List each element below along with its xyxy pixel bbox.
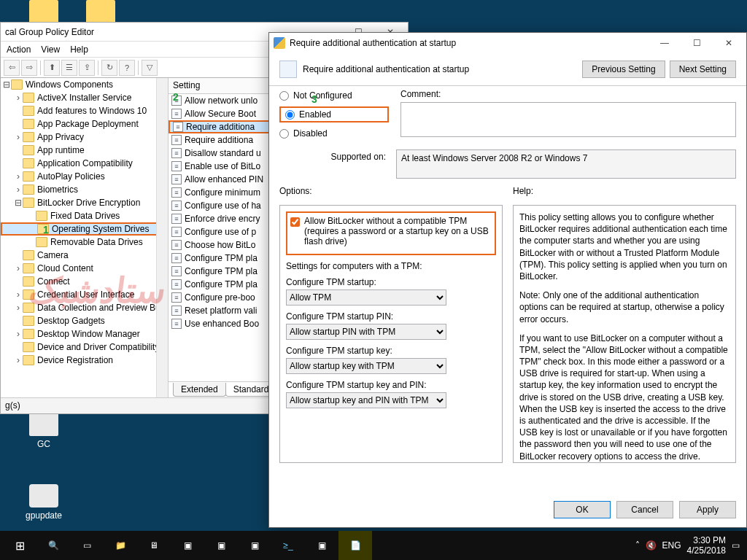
annotation-4: 4 [360, 205, 366, 207]
options-label: Options: [279, 186, 503, 196]
tree-item[interactable]: ›Desktop Window Manager [1, 327, 168, 341]
tree-root[interactable]: ⊟Windows Components [1, 78, 168, 91]
tree-item[interactable]: App Package Deployment [1, 117, 168, 131]
ok-button[interactable]: OK [554, 501, 611, 518]
tree-item[interactable]: ›Data Collection and Preview Buil [1, 301, 168, 314]
tb-filter-icon[interactable]: ▽ [142, 60, 158, 76]
menu-action[interactable]: Action [7, 44, 31, 55]
tree-item[interactable]: Camera [1, 249, 168, 262]
tree-item[interactable]: ›AutoPlay Policies [1, 170, 168, 183]
taskbar-app-2[interactable]: ▣ [204, 531, 238, 560]
tree-item[interactable]: Add features to Windows 10 [1, 104, 168, 117]
tree-item[interactable]: ›Biometrics [1, 183, 168, 196]
file-explorer-icon[interactable]: 📁 [104, 531, 137, 560]
tray-up-icon[interactable]: ˄ [635, 540, 640, 551]
policy-state-radios: Not Configured 3 Enabled Disabled [279, 89, 389, 139]
apply-button[interactable]: Apply [679, 501, 736, 518]
taskbar-app-1[interactable]: ▣ [171, 531, 204, 560]
annotation-1: 1 [43, 224, 49, 236]
maximize-button[interactable]: ☐ [684, 38, 710, 48]
tpm-key-pin-select[interactable]: Allow startup key and PIN with TPM [286, 392, 446, 408]
comment-field[interactable] [400, 102, 736, 137]
task-view-icon[interactable]: ▭ [70, 531, 104, 560]
tb-refresh-icon[interactable]: ↻ [101, 60, 117, 76]
tb-list-icon[interactable]: ☰ [61, 60, 77, 76]
tree-item[interactable]: Connect [1, 275, 168, 288]
shield-icon [274, 37, 285, 49]
desktop-gc-label: GC [37, 439, 50, 449]
tree-item[interactable]: Application Compatibility [1, 157, 168, 170]
gpedit-tree[interactable]: ⊟Windows Components ›ActiveX Installer S… [1, 78, 169, 397]
server-manager-icon[interactable]: 🖥 [137, 531, 171, 560]
opt-label-3: Configure TPM startup key and PIN: [286, 380, 496, 390]
start-button[interactable]: ⊞ [3, 531, 36, 560]
supported-value: At least Windows Server 2008 R2 or Windo… [396, 149, 736, 179]
tree-item[interactable]: ›Cloud Content [1, 262, 168, 275]
policy-title: Require additional authentication at sta… [290, 38, 456, 48]
menu-view[interactable]: View [41, 44, 60, 55]
tree-bitlocker[interactable]: ⊟BitLocker Drive Encryption [1, 196, 168, 209]
policy-options-pane: 4 Allow BitLocker without a compatible T… [279, 205, 503, 463]
close-button[interactable]: ✕ [716, 38, 742, 48]
tree-bitlocker-removable[interactable]: Removable Data Drives [1, 236, 168, 249]
tb-help-icon[interactable]: ? [119, 60, 135, 76]
menu-help[interactable]: Help [70, 44, 88, 55]
desktop-gc[interactable]: GC [18, 413, 70, 449]
help-label: Help: [513, 186, 736, 196]
tb-fwd-icon[interactable]: ⇨ [21, 60, 37, 76]
volume-icon[interactable]: 🔇 [646, 540, 657, 551]
taskbar: ⊞ 🔍 ▭ 📁 🖥 ▣ ▣ ▣ ≥_ ▣ 📄 ˄ 🔇 ENG 3:30 PM 4… [0, 531, 747, 560]
tpm-section-label: Settings for computers with a TPM: [286, 261, 496, 271]
opt-label-0: Configure TPM startup: [286, 277, 496, 287]
taskbar-app-4[interactable]: ▣ [305, 531, 338, 560]
language-indicator[interactable]: ENG [662, 540, 681, 551]
radio-disabled[interactable]: Disabled [279, 128, 389, 139]
powershell-icon[interactable]: ≥_ [271, 531, 305, 560]
tpm-key-select[interactable]: Allow startup key with TPM [286, 358, 446, 374]
document-icon [279, 61, 297, 78]
tb-back-icon[interactable]: ⇦ [4, 60, 20, 76]
tree-item[interactable]: Device and Driver Compatibility [1, 341, 168, 354]
policy-subtitle: Require additional authentication at sta… [303, 64, 469, 74]
taskbar-app-3[interactable]: ▣ [238, 531, 271, 560]
minimize-button[interactable]: — [651, 38, 678, 48]
cancel-button[interactable]: Cancel [616, 501, 673, 518]
tree-item[interactable]: ›Credential User Interface [1, 288, 168, 301]
tab-extended[interactable]: Extended [173, 383, 226, 397]
desktop-gpupdate[interactable]: gpupdate [18, 484, 70, 521]
tree-bitlocker-fixed[interactable]: Fixed Data Drives [1, 209, 168, 222]
tpm-startup-select[interactable]: Allow TPM [286, 289, 446, 306]
tree-item[interactable]: ›App Privacy [1, 131, 168, 144]
tree-item[interactable]: App runtime [1, 144, 168, 157]
tree-item[interactable]: Desktop Gadgets [1, 314, 168, 327]
notepad-icon[interactable]: 📄 [338, 531, 372, 560]
comment-label: Comment: [400, 89, 736, 99]
policy-titlebar[interactable]: Require additional authentication at sta… [269, 33, 746, 53]
previous-setting-button[interactable]: Previous Setting [582, 61, 665, 78]
annotation-2: 2 [173, 91, 179, 103]
opt-label-2: Configure TPM startup key: [286, 346, 496, 356]
supported-label: Supported on: [279, 149, 389, 162]
radio-not-configured[interactable]: Not Configured [279, 90, 389, 101]
allow-without-tpm-checkbox[interactable]: Allow BitLocker without a compatible TPM… [290, 216, 492, 246]
tree-bitlocker-os-drives[interactable]: Operating System Drives [1, 222, 168, 236]
notifications-icon[interactable]: ▭ [732, 540, 740, 551]
next-setting-button[interactable]: Next Setting [670, 61, 736, 78]
search-icon[interactable]: 🔍 [36, 531, 70, 560]
policy-help-pane: This policy setting allows you to config… [513, 205, 736, 463]
opt-label-1: Configure TPM startup PIN: [286, 311, 496, 322]
annotation-3: 3 [311, 93, 317, 105]
tree-item[interactable]: ›ActiveX Installer Service [1, 91, 168, 104]
radio-enabled[interactable]: Enabled [279, 106, 389, 122]
tb-up-icon[interactable]: ⬆ [44, 60, 60, 76]
tree-item[interactable]: ›Device Registration [1, 354, 168, 367]
tpm-pin-select[interactable]: Allow startup PIN with TPM [286, 324, 446, 340]
policy-dialog: Require additional authentication at sta… [268, 32, 747, 528]
tree-scrollbar[interactable] [156, 78, 168, 397]
tb-export-icon[interactable]: ⇪ [79, 60, 95, 76]
taskbar-clock[interactable]: 3:30 PM 4/25/2018 [687, 535, 726, 556]
gpedit-title: cal Group Policy Editor [5, 27, 94, 37]
desktop-gpupdate-label: gpupdate [26, 510, 62, 521]
